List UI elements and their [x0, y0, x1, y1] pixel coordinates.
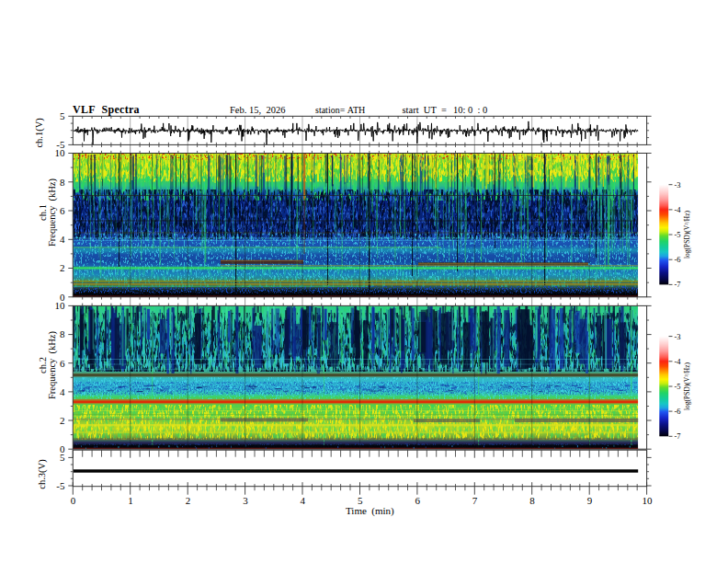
- svg-text:5: 5: [60, 452, 65, 463]
- svg-text:10: 0 : 0: 10: 0 : 0: [453, 105, 487, 115]
- svg-text:station= ATH: station= ATH: [315, 105, 365, 115]
- svg-text:4: 4: [301, 495, 306, 506]
- svg-text:5: 5: [60, 110, 65, 121]
- svg-text:7: 7: [472, 495, 478, 506]
- svg-text:Time (min): Time (min): [346, 505, 394, 517]
- svg-text:Frequency (kHz): Frequency (kHz): [47, 330, 58, 399]
- svg-text:4: 4: [60, 234, 65, 245]
- svg-text:10: 10: [55, 300, 66, 311]
- svg-text:6: 6: [415, 495, 420, 506]
- svg-text:Frequency (kHz): Frequency (kHz): [47, 178, 58, 247]
- svg-text:log(PSD)(V2/Hz): log(PSD)(V2/Hz): [683, 210, 691, 259]
- svg-text:6: 6: [60, 205, 65, 216]
- svg-text:8: 8: [529, 495, 535, 506]
- svg-text:-3: -3: [675, 180, 681, 190]
- svg-text:start UT =: start UT =: [403, 105, 448, 115]
- svg-text:ch.1(V): ch.1(V): [35, 118, 46, 148]
- svg-text:-6: -6: [675, 255, 681, 264]
- svg-text:-5: -5: [56, 480, 65, 491]
- svg-text:-4: -4: [675, 357, 682, 366]
- svg-text:2: 2: [60, 262, 65, 273]
- svg-text:-5: -5: [675, 382, 681, 391]
- svg-text:-6: -6: [675, 407, 681, 416]
- svg-text:-7: -7: [675, 431, 681, 441]
- svg-text:-5: -5: [675, 230, 681, 239]
- svg-text:log(PSD)(V2/Hz): log(PSD)(V2/Hz): [683, 362, 691, 410]
- svg-text:9: 9: [587, 495, 593, 506]
- svg-text:10: 10: [55, 147, 66, 158]
- svg-text:-4: -4: [675, 205, 682, 214]
- svg-text:1: 1: [128, 495, 133, 506]
- svg-text:Feb. 15, 2026: Feb. 15, 2026: [230, 105, 285, 115]
- svg-text:8: 8: [60, 328, 65, 339]
- svg-text:10: 10: [642, 495, 653, 506]
- svg-text:2: 2: [60, 415, 65, 426]
- svg-text:0: 0: [71, 495, 76, 506]
- svg-text:2: 2: [186, 495, 191, 506]
- svg-text:-7: -7: [675, 280, 681, 289]
- svg-text:8: 8: [60, 177, 65, 188]
- svg-text:3: 3: [243, 495, 248, 506]
- svg-text:-3: -3: [675, 332, 681, 341]
- svg-text:6: 6: [60, 358, 65, 369]
- svg-text:ch.3(V): ch.3(V): [37, 459, 48, 489]
- svg-text:VLF Spectra: VLF Spectra: [73, 103, 140, 116]
- svg-text:4: 4: [60, 386, 65, 397]
